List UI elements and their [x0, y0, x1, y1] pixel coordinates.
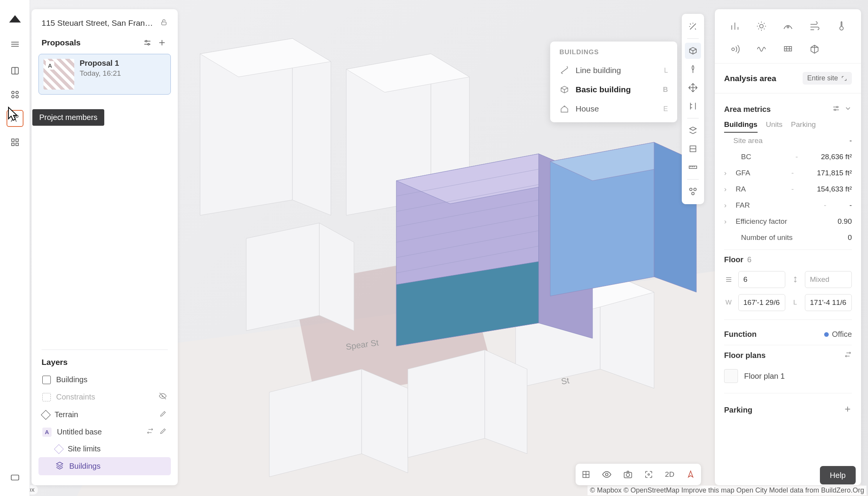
app-logo[interactable] [8, 12, 22, 26]
scope-chip[interactable]: Entire site [803, 72, 852, 85]
view-controls: 2D [576, 464, 701, 485]
diamond-icon [41, 410, 50, 419]
floor-height-input[interactable] [805, 271, 852, 288]
svg-point-38 [16, 91, 18, 94]
diamond-icon [54, 444, 63, 454]
layer-buildings[interactable]: Buildings [38, 371, 171, 388]
swap-icon[interactable] [146, 427, 154, 437]
add-parking-icon[interactable] [843, 405, 852, 415]
magic-tool-icon[interactable] [685, 18, 701, 35]
solar-panel-icon[interactable] [780, 41, 796, 58]
chart-icon[interactable] [726, 18, 743, 35]
thermometer-icon[interactable] [833, 18, 850, 35]
2d-toggle[interactable]: 2D [662, 467, 677, 482]
edit-icon[interactable] [159, 427, 167, 437]
svg-point-41 [12, 115, 15, 118]
layer-constraints[interactable]: Constraints [38, 388, 171, 406]
metric-efficiency[interactable]: ›Efficiency factor 0.90 [715, 213, 861, 230]
book-icon[interactable] [7, 62, 23, 79]
context-tool-icon[interactable] [685, 183, 701, 200]
move-tool-icon[interactable] [685, 80, 701, 96]
map-attribution[interactable]: © Mapbox © OpenStreetMap Improve this ma… [588, 486, 866, 495]
metric-ra[interactable]: ›RA - 154,633 ft² [715, 181, 861, 197]
layer-base-buildings[interactable]: Buildings [38, 457, 171, 475]
layer-label: Buildings [69, 462, 100, 471]
right-panel: Analysis area Entire site Area metrics B… [715, 9, 861, 485]
metric-site-area: Site area - [715, 133, 861, 149]
modules-icon[interactable] [7, 86, 23, 103]
width-input[interactable] [738, 294, 785, 311]
wind-icon[interactable] [806, 18, 823, 35]
add-proposal-icon[interactable] [156, 37, 168, 48]
floor-count-input[interactable] [738, 271, 785, 288]
card-icon[interactable] [7, 469, 23, 486]
help-button[interactable]: Help [820, 466, 856, 484]
function-color-dot [824, 332, 829, 337]
svg-point-79 [836, 107, 838, 108]
chevron-right-icon: › [724, 169, 731, 177]
members-icon[interactable] [7, 110, 23, 127]
svg-point-72 [787, 26, 789, 28]
floor-plan-item[interactable]: Floor plan 1 [715, 363, 861, 389]
edit-icon[interactable] [159, 410, 167, 419]
chevron-down-icon[interactable] [844, 105, 852, 114]
svg-point-37 [12, 91, 14, 94]
layer-base[interactable]: A Untitled base [38, 423, 171, 441]
hamburger-icon[interactable] [8, 38, 22, 51]
north-arrow-icon[interactable] [683, 467, 698, 482]
isolate-tool-icon[interactable] [685, 122, 701, 138]
ruler-tool-icon[interactable] [685, 159, 701, 175]
tab-units[interactable]: Units [766, 120, 783, 133]
svg-point-39 [12, 95, 14, 98]
floor-plan-swatch [724, 369, 738, 383]
wave-icon[interactable] [753, 41, 770, 58]
svg-point-42 [16, 115, 18, 117]
noise-icon[interactable] [726, 41, 743, 58]
length-input[interactable] [805, 294, 852, 311]
floor-inputs [715, 270, 861, 293]
energy-icon[interactable] [806, 41, 823, 58]
svg-point-81 [834, 109, 836, 111]
menu-line-building[interactable]: Line building L [550, 61, 677, 80]
building-tool-icon[interactable] [685, 43, 701, 59]
visibility-off-icon[interactable] [159, 392, 167, 402]
buildings-menu-title: BUILDINGS [550, 48, 677, 61]
width-label: W [724, 298, 733, 308]
tab-buildings[interactable]: Buildings [724, 120, 758, 133]
metric-far[interactable]: ›FAR - - [715, 197, 861, 213]
focus-icon[interactable] [641, 467, 656, 482]
tools-toolbar [682, 14, 704, 204]
sliders-icon[interactable] [142, 37, 153, 48]
tree-tool-icon[interactable] [685, 61, 701, 77]
metric-gfa[interactable]: ›GFA - 171,815 ft² [715, 165, 861, 181]
view-icon[interactable] [780, 18, 796, 35]
menu-basic-building[interactable]: Basic building B [550, 80, 677, 99]
grid-toggle-icon[interactable] [578, 467, 594, 482]
section-tool-icon[interactable] [685, 141, 701, 157]
measure-tool-icon[interactable] [685, 98, 701, 114]
parking-row: Parking [715, 397, 861, 423]
svg-point-71 [760, 24, 763, 28]
app-root: Spear St St [0, 0, 868, 496]
menu-label: Basic building [576, 85, 631, 94]
camera-icon[interactable] [620, 467, 636, 482]
tab-parking[interactable]: Parking [791, 120, 816, 133]
svg-point-40 [16, 95, 18, 98]
project-title-row: 115 Steuart Street, San Francisco, … [32, 9, 178, 35]
floor-plans-header: Floor plans [715, 349, 861, 363]
svg-rect-45 [12, 143, 14, 146]
layer-terrain[interactable]: Terrain [38, 406, 171, 423]
proposal-card[interactable]: A Proposal 1 Today, 16:21 [38, 54, 171, 95]
layer-site-limits[interactable]: Site limits [38, 441, 171, 457]
sliders-icon[interactable] [832, 104, 840, 114]
function-row[interactable]: Function Office [715, 324, 861, 341]
floor-plans-label: Floor plans [724, 351, 840, 360]
sun-icon[interactable] [753, 18, 770, 35]
swap-icon[interactable] [844, 351, 852, 360]
metric-units: Number of units 0 [715, 230, 861, 246]
unlock-icon[interactable] [160, 18, 168, 28]
metrics-tabs: Buildings Units Parking [715, 117, 861, 133]
eye-icon[interactable] [599, 467, 614, 482]
apps-grid-icon[interactable] [7, 134, 23, 151]
menu-house[interactable]: House E [550, 99, 677, 118]
